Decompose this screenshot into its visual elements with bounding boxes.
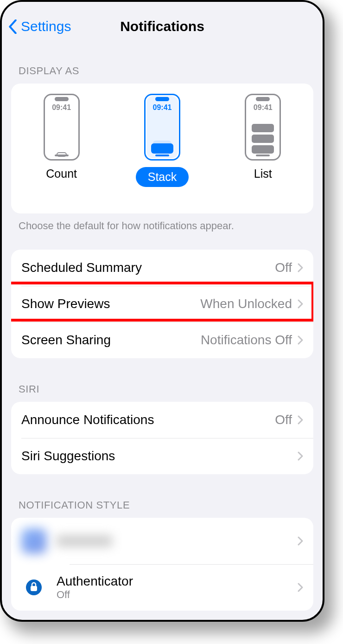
chevron-right-icon bbox=[298, 299, 303, 309]
mock-time-label: 09:41 bbox=[45, 103, 78, 112]
section-header-display-as: DISPLAY AS bbox=[2, 43, 323, 84]
phone-mock-count: 09:41 bbox=[44, 94, 80, 161]
row-screen-sharing[interactable]: Screen Sharing Notifications Off bbox=[11, 322, 313, 358]
page-title: Notifications bbox=[120, 19, 204, 34]
app-name-redacted bbox=[57, 535, 112, 547]
option-label-list: List bbox=[254, 167, 272, 180]
row-show-previews[interactable]: Show Previews When Unlocked bbox=[11, 286, 313, 322]
row-value: Notifications Off bbox=[201, 333, 292, 348]
back-label: Settings bbox=[21, 19, 71, 34]
row-label: Announce Notifications bbox=[21, 412, 154, 427]
app-text: Authenticator Off bbox=[57, 574, 298, 601]
row-label: Scheduled Summary bbox=[21, 260, 142, 275]
row-value: When Unlocked bbox=[200, 296, 292, 311]
navbar: Settings Notifications bbox=[2, 2, 323, 43]
row-value: Off bbox=[275, 260, 292, 275]
row-label: Screen Sharing bbox=[21, 333, 111, 348]
notification-style-card: Authenticator Off bbox=[11, 518, 313, 611]
app-name: Authenticator bbox=[57, 574, 298, 589]
row-announce-notifications[interactable]: Announce Notifications Off bbox=[11, 402, 313, 438]
row-label: Show Previews bbox=[21, 296, 110, 311]
row-scheduled-summary[interactable]: Scheduled Summary Off bbox=[11, 250, 313, 286]
section-header-notification-style: NOTIFICATION STYLE bbox=[2, 474, 323, 518]
chevron-right-icon bbox=[298, 415, 303, 425]
row-siri-suggestions[interactable]: Siri Suggestions bbox=[11, 438, 313, 474]
app-text bbox=[57, 535, 298, 547]
app-icon bbox=[21, 528, 46, 554]
app-sub: Off bbox=[57, 589, 298, 601]
phone-mock-list: 09:41 bbox=[245, 94, 281, 161]
display-as-footer: Choose the default for how notifications… bbox=[2, 213, 323, 238]
notch-icon bbox=[256, 97, 270, 101]
notch-icon bbox=[155, 97, 169, 101]
notch-icon bbox=[55, 97, 69, 101]
phone-mock-stack: 09:41 bbox=[144, 94, 180, 161]
list-icon bbox=[252, 124, 274, 154]
section-header-siri: SIRI bbox=[2, 358, 323, 402]
chevron-left-icon bbox=[8, 19, 17, 34]
device-frame: Settings Notifications DISPLAY AS 09:41 … bbox=[0, 0, 324, 622]
authenticator-icon bbox=[21, 575, 46, 600]
settings-card: Scheduled Summary Off Show Previews When… bbox=[11, 250, 313, 358]
back-button[interactable]: Settings bbox=[2, 19, 71, 34]
home-indicator-icon bbox=[55, 155, 69, 156]
mock-time-label: 09:41 bbox=[146, 103, 179, 112]
chevron-right-icon bbox=[298, 451, 303, 461]
siri-card: Announce Notifications Off Siri Suggesti… bbox=[11, 402, 313, 474]
chevron-right-icon bbox=[298, 583, 303, 592]
app-row-redacted[interactable] bbox=[11, 518, 313, 564]
row-value: Off bbox=[275, 412, 292, 427]
content-area: DISPLAY AS 09:41 Count 09: bbox=[2, 43, 323, 620]
option-label-stack: Stack bbox=[136, 167, 189, 187]
app-row-authenticator[interactable]: Authenticator Off bbox=[11, 564, 313, 611]
display-as-picker: 09:41 Count 09:41 bbox=[11, 84, 313, 213]
display-option-stack[interactable]: 09:41 Stack bbox=[116, 94, 209, 187]
chevron-right-icon bbox=[298, 335, 303, 345]
display-option-count[interactable]: 09:41 Count bbox=[15, 94, 108, 180]
home-indicator-icon bbox=[256, 155, 270, 156]
display-as-card: 09:41 Count 09:41 bbox=[11, 84, 313, 213]
chevron-right-icon bbox=[298, 263, 303, 272]
option-label-count: Count bbox=[46, 167, 77, 180]
display-option-list[interactable]: 09:41 List bbox=[216, 94, 309, 180]
home-indicator-icon bbox=[155, 155, 169, 156]
mock-time-label: 09:41 bbox=[246, 103, 279, 112]
svg-rect-1 bbox=[31, 586, 37, 591]
row-label: Siri Suggestions bbox=[21, 449, 115, 464]
chevron-right-icon bbox=[298, 536, 303, 546]
